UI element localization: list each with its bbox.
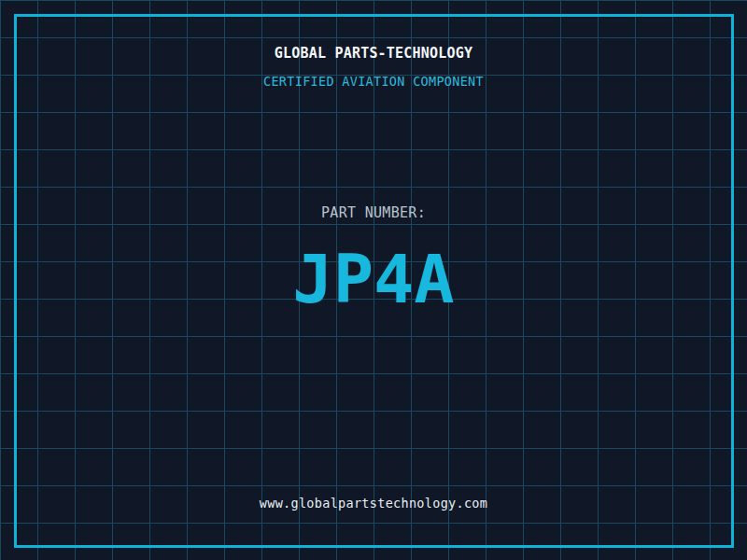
part-certificate-screen: GLOBAL PARTS-TECHNOLOGY CERTIFIED AVIATI… bbox=[0, 0, 747, 560]
certification-subtitle: CERTIFIED AVIATION COMPONENT bbox=[0, 74, 747, 89]
website-url: www.globalpartstechnology.com bbox=[0, 496, 747, 511]
part-number-value: JP4A bbox=[0, 240, 747, 318]
brand-title: GLOBAL PARTS-TECHNOLOGY bbox=[0, 45, 747, 62]
part-number-label: PART NUMBER: bbox=[0, 204, 747, 221]
